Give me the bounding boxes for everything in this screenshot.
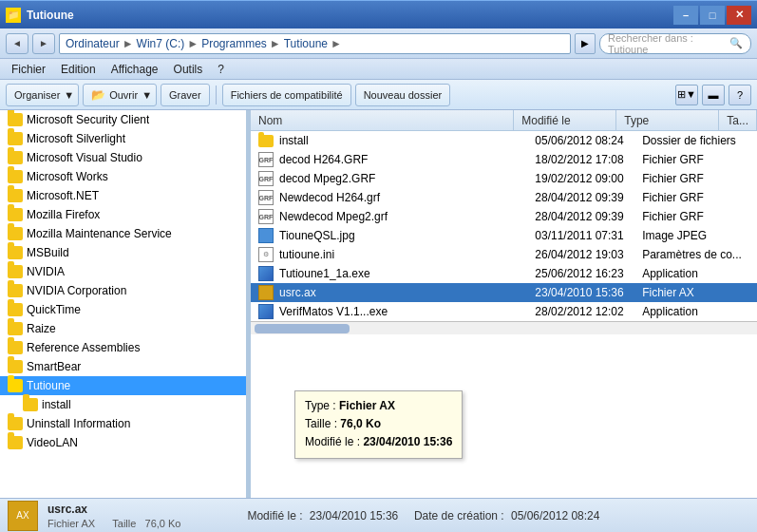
refresh-button[interactable]: ▶: [575, 33, 596, 54]
file-cell-type: Image JPEG: [634, 226, 742, 245]
sidebar-item-3[interactable]: Microsoft Works: [0, 167, 246, 186]
folder-icon: [8, 227, 23, 240]
table-row[interactable]: TiouneQSL.jpg03/11/2011 07:31Image JPEG: [251, 226, 757, 245]
column-header-type[interactable]: Type: [616, 110, 719, 130]
breadcrumb-programmes[interactable]: Programmes: [201, 37, 267, 50]
sidebar-item-6[interactable]: Mozilla Maintenance Service: [0, 224, 246, 243]
tooltip-type-value: Fichier AX: [339, 399, 395, 412]
sidebar-item-7[interactable]: MSBuild: [0, 243, 246, 262]
file-cell-type: Fichier GRF: [634, 188, 742, 207]
column-header-tags[interactable]: Ta...: [719, 110, 757, 130]
file-cell-tags: [742, 226, 757, 245]
file-cell-name: ⚙tutioune.ini: [251, 245, 527, 264]
breadcrumb[interactable]: Ordinateur ► Win7 (C:) ► Programmes ► Tu…: [59, 33, 571, 54]
h-scroll-thumb[interactable]: [255, 324, 350, 333]
menu-outils[interactable]: Outils: [166, 61, 211, 78]
search-bar[interactable]: Rechercher dans : Tutioune 🔍: [599, 33, 751, 54]
file-name-text: decod Mpeg2.GRF: [279, 172, 375, 185]
file-cell-name: GRFdecod Mpeg2.GRF: [251, 169, 527, 188]
sidebar-item-0[interactable]: Microsoft Security Client: [0, 110, 246, 129]
tooltip-modifie-label: Modifié le :: [305, 435, 360, 448]
file-cell-modified: 05/06/2012 08:24: [527, 131, 634, 150]
sidebar-item-10[interactable]: QuickTime: [0, 300, 246, 319]
file-cell-modified: 18/02/2012 17:08: [527, 150, 634, 169]
file-cell-type: Paramètres de co...: [634, 245, 742, 264]
sidebar-item-4[interactable]: Microsoft.NET: [0, 186, 246, 205]
nouveau-dossier-button[interactable]: Nouveau dossier: [355, 84, 451, 106]
menu-fichier[interactable]: Fichier: [4, 61, 53, 78]
file-name-text: Newdecod H264.grf: [279, 191, 380, 204]
folder-icon: [8, 265, 23, 278]
file-cell-type: Application: [634, 264, 742, 283]
graver-button[interactable]: Graver: [161, 84, 210, 106]
forward-button[interactable]: ►: [32, 33, 55, 54]
file-tooltip: Type : Fichier AX Taille : 76,0 Ko Modif…: [294, 390, 463, 459]
minimize-button[interactable]: –: [673, 6, 698, 25]
breadcrumb-ordinateur[interactable]: Ordinateur: [66, 37, 120, 50]
table-row[interactable]: install05/06/2012 08:24Dossier de fichie…: [251, 131, 757, 150]
sidebar-item-13[interactable]: SmartBear: [0, 357, 246, 376]
sidebar-item-2[interactable]: Microsoft Visual Studio: [0, 148, 246, 167]
title-bar: 📁 Tutioune – □ ✕: [0, 0, 757, 28]
help-button[interactable]: ?: [729, 85, 751, 105]
file-cell-name: Tutioune1_1a.exe: [251, 264, 527, 283]
table-row[interactable]: VerifMatos V1.1...exe28/02/2012 12:02App…: [251, 302, 757, 321]
status-modified: Modifié le : 23/04/2010 15:36 Date de cr…: [247, 509, 599, 522]
file-name-text: VerifMatos V1.1...exe: [279, 305, 388, 318]
sidebar-item-12[interactable]: Reference Assemblies: [0, 338, 246, 357]
table-row[interactable]: ⚙tutioune.ini26/04/2012 19:03Paramètres …: [251, 245, 757, 264]
status-bar: AX usrc.ax Fichier AX Taille 76,0 Ko Mod…: [0, 498, 757, 532]
sidebar-item-11[interactable]: Raize: [0, 319, 246, 338]
table-row[interactable]: GRFNewdecod Mpeg2.grf28/04/2012 09:39Fic…: [251, 207, 757, 226]
breadcrumb-drive[interactable]: Win7 (C:): [137, 37, 185, 50]
sidebar-item-label: VideoLAN: [27, 436, 78, 449]
view-toggle-button[interactable]: ⊞▼: [675, 85, 698, 105]
folder-icon: [23, 398, 38, 411]
table-row[interactable]: GRFdecod H264.GRF18/02/2012 17:08Fichier…: [251, 150, 757, 169]
fichiers-compat-button[interactable]: Fichiers de compatibilité: [222, 84, 351, 106]
folder-icon: [8, 322, 23, 335]
menu-help[interactable]: ?: [210, 61, 232, 78]
horizontal-scrollbar[interactable]: [251, 321, 757, 334]
breadcrumb-tutioune[interactable]: Tutioune: [284, 37, 328, 50]
file-cell-tags: [742, 245, 757, 264]
sidebar-item-5[interactable]: Mozilla Firefox: [0, 205, 246, 224]
file-cell-modified: 28/04/2012 09:39: [527, 207, 634, 226]
ouvrir-button[interactable]: 📂 Ouvrir ▼: [83, 84, 157, 106]
column-header-name[interactable]: Nom: [251, 110, 514, 130]
maximize-button[interactable]: □: [700, 6, 725, 25]
tooltip-modifie-value: 23/04/2010 15:36: [363, 435, 452, 448]
dropdown-arrow-icon: ▼: [64, 89, 74, 101]
folder-icon: [8, 303, 23, 316]
sidebar-item-label: NVIDIA: [27, 265, 65, 278]
sidebar-item-17[interactable]: VideoLAN: [0, 433, 246, 452]
window-icon: 📁: [6, 8, 21, 23]
sidebar-item-14[interactable]: Tutioune: [0, 376, 246, 395]
menu-affichage[interactable]: Affichage: [104, 61, 166, 78]
table-row[interactable]: GRFdecod Mpeg2.GRF19/02/2012 09:00Fichie…: [251, 169, 757, 188]
preview-pane-button[interactable]: ▬: [702, 85, 725, 105]
table-row[interactable]: usrc.ax23/04/2010 15:36Fichier AX: [251, 283, 757, 302]
sidebar-item-1[interactable]: Microsoft Silverlight: [0, 129, 246, 148]
sidebar-item-9[interactable]: NVIDIA Corporation: [0, 281, 246, 300]
sidebar-item-8[interactable]: NVIDIA: [0, 262, 246, 281]
grf-icon: GRF: [258, 171, 274, 186]
menu-edition[interactable]: Edition: [53, 61, 104, 78]
folder-open-icon: 📂: [91, 88, 105, 102]
column-header-modified[interactable]: Modifié le: [514, 110, 616, 130]
folder-icon: [8, 436, 23, 449]
window-controls: – □ ✕: [673, 6, 751, 25]
sidebar-item-15[interactable]: install: [0, 395, 246, 414]
table-row[interactable]: Tutioune1_1a.exe25/06/2012 16:23Applicat…: [251, 264, 757, 283]
table-row[interactable]: GRFNewdecod H264.grf28/04/2012 09:39Fich…: [251, 188, 757, 207]
file-name-text: decod H264.GRF: [279, 153, 368, 166]
sidebar-item-label: Uninstall Information: [27, 417, 130, 430]
sidebar-item-16[interactable]: Uninstall Information: [0, 414, 246, 433]
organiser-button[interactable]: Organiser ▼: [6, 84, 79, 106]
menu-bar: Fichier Edition Affichage Outils ?: [0, 59, 757, 80]
folder-icon: [8, 341, 23, 354]
close-button[interactable]: ✕: [727, 6, 751, 25]
back-button[interactable]: ◄: [6, 33, 28, 54]
file-cell-modified: 26/04/2012 19:03: [527, 245, 634, 264]
folder-icon: [8, 113, 23, 126]
